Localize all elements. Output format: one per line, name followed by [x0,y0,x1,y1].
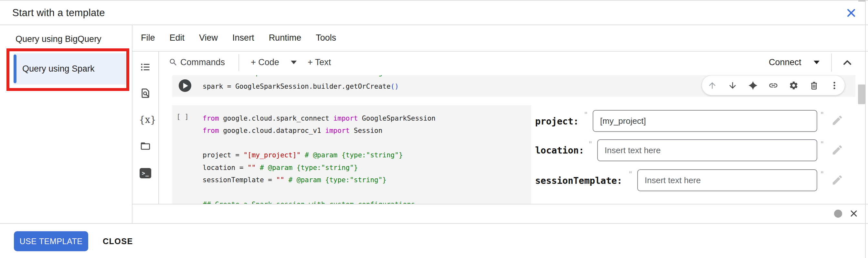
connect-caret-down-icon[interactable] [814,61,819,64]
menu-insert[interactable]: Insert [232,33,254,43]
delete-cell-icon[interactable] [809,81,819,90]
red-highlight-annotation [6,48,129,91]
connect-button[interactable]: Connect [769,58,801,67]
find-replace-button[interactable] [140,88,151,100]
close-icon [844,6,858,20]
sidebar-divider [132,25,132,223]
open-quote: " [588,140,593,148]
toolbar-divider [239,54,239,71]
run-cell-button[interactable] [179,79,191,92]
variables-button[interactable]: {x} [139,114,156,125]
menu-tools[interactable]: Tools [316,33,336,43]
sidebar-item-query-bigquery[interactable]: Query using BigQuery [16,34,101,44]
close-quote: " [820,111,825,119]
add-code-caret-down-icon[interactable] [291,61,297,64]
close-quote: " [820,140,825,148]
code-line: from google.cloud.dataproc_v1 import Ses… [203,124,382,137]
collapse-header-button[interactable] [841,58,853,68]
terminal-button[interactable]: >_ [140,168,151,178]
variables-icon: {x} [139,114,156,125]
open-quote: " [584,111,588,119]
pencil-icon [831,174,843,186]
add-text-button[interactable]: + Text [308,58,331,67]
dialog-close-button[interactable] [844,6,858,20]
session-template-input[interactable]: Insert text here [637,169,817,191]
form-label-session-template: sessionTemplate: [535,176,622,186]
find-in-page-icon [140,88,151,99]
table-of-contents-button[interactable] [140,62,151,74]
gemini-spark-icon[interactable] [748,81,758,90]
edit-location-button[interactable] [831,144,843,157]
code-cell-form[interactable]: [ ] from google.cloud.spark_connect impo… [172,105,531,204]
edit-session-template-button[interactable] [831,174,843,187]
project-value: [my_project] [600,116,646,126]
close-icon [848,208,860,219]
dialog-top-border [0,0,868,1]
form-label-project: project: [535,116,579,127]
close-quote: " [820,170,825,178]
scrollbar-top-fragment [858,0,865,2]
copy-link-icon[interactable] [769,81,778,90]
code-line: project = "[my_project]" # @param {type:… [203,149,403,161]
titlebar-divider [0,25,868,25]
menu-view[interactable]: View [199,33,218,43]
terminal-icon: >_ [140,168,151,178]
pencil-icon [831,144,843,156]
close-preview-button[interactable] [848,208,860,221]
folder-icon [140,141,151,152]
code-line: ## Create a Spark session with custom co… [203,198,415,204]
menu-edit[interactable]: Edit [169,33,185,43]
cell-prompt: [ ] [177,113,189,121]
preview-bottom-divider [132,204,868,205]
play-icon [183,83,188,89]
files-button[interactable] [140,141,151,153]
status-dot [834,210,842,218]
chevron-up-icon [841,58,853,67]
code-line: spark = GoogleSparkSession.builder.getOr… [203,80,399,93]
more-options-icon[interactable] [830,81,839,90]
dialog-right-border [865,0,866,258]
footer-divider [0,223,868,224]
notebook-menubar: File Edit View Insert Runtime Tools [141,25,336,51]
code-line: sessionTemplate = "" # @param {type:"str… [203,174,386,186]
menu-file[interactable]: File [141,33,155,43]
edit-project-button[interactable] [831,114,843,128]
commands-search-button[interactable] [169,58,178,68]
scrollbar-thumb[interactable] [858,84,865,104]
move-cell-up-icon[interactable] [707,81,717,90]
cell-toolbar [702,75,845,96]
code-line: from google.cloud.spark_connect import G… [203,112,436,124]
pencil-icon [831,114,843,126]
settings-gear-icon[interactable] [789,81,799,90]
clipped-code-line: ## Create a Spark session with custom co… [203,75,415,79]
search-icon [169,58,178,67]
rail-divider [158,51,159,204]
open-quote: " [628,170,633,178]
location-placeholder: Insert text here [604,145,660,155]
toolbar-right-divider [831,53,832,72]
menu-runtime[interactable]: Runtime [269,33,302,43]
project-input[interactable]: [my_project] [593,110,817,132]
menubar-divider [132,51,868,51]
commands-label[interactable]: Commands [180,58,225,67]
session-template-placeholder: Insert text here [645,176,701,185]
close-button[interactable]: CLOSE [103,231,133,251]
location-input[interactable]: Insert text here [597,139,817,161]
code-line: location = "" # @param {type:"string"} [203,161,358,174]
use-template-button[interactable]: USE TEMPLATE [14,231,88,251]
start-with-template-dialog: Start with a template Query using BigQue… [0,0,868,258]
form-label-location: location: [535,145,584,156]
add-code-button[interactable]: + Code [251,58,279,67]
table-of-contents-icon [140,62,151,73]
move-cell-down-icon[interactable] [728,81,738,90]
page-title: Start with a template [12,7,105,19]
